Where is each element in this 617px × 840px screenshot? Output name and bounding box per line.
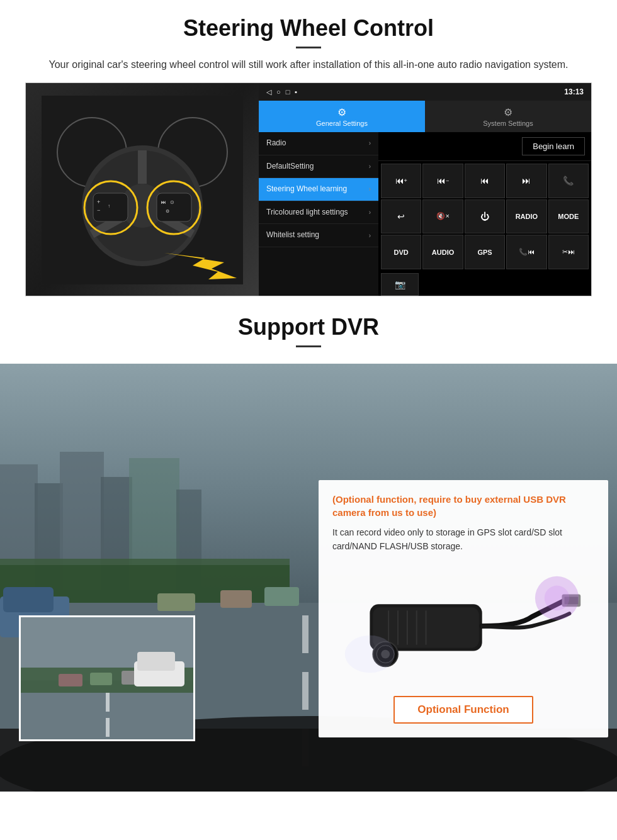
svg-rect-48: [106, 693, 110, 712]
chevron-icon-5: ›: [369, 232, 371, 239]
ctrl-call-prev[interactable]: 📞⏮: [506, 235, 546, 269]
ctrl-dvd[interactable]: DVD: [381, 235, 421, 269]
menu-item-tricoloured[interactable]: Tricoloured light settings ›: [259, 201, 378, 225]
android-menu-list: Radio › DefaultSetting › Steering Wheel …: [259, 132, 378, 296]
ctrl-mode[interactable]: MODE: [548, 199, 589, 234]
svg-rect-31: [302, 672, 308, 710]
title-divider: [296, 47, 321, 48]
nav-menu-icon: ▪: [295, 88, 297, 96]
steering-subtitle: Your original car's steering wheel contr…: [38, 57, 579, 72]
dvr-optional-notice: (Optional function, require to buy exter…: [332, 493, 594, 519]
ctrl-audio[interactable]: AUDIO: [422, 235, 463, 269]
menu-steering-label: Steering Wheel learning: [266, 184, 347, 194]
svg-rect-44: [90, 673, 112, 685]
chevron-icon: ›: [369, 140, 371, 147]
dvr-header: Support DVR: [0, 296, 617, 364]
controls-panel: Begin learn ⏮+ ⏮− ⏮ ⏭ 📞 ↩ 🔇× ⏻ RADIO: [378, 132, 591, 296]
steering-section: Steering Wheel Control Your original car…: [0, 0, 617, 296]
android-panel: ◁ ○ □ ▪ 13:13 ⚙ General Settings ⚙ Syste…: [259, 83, 591, 296]
tab-system-settings[interactable]: ⚙ System Settings: [425, 101, 591, 132]
ctrl-prev[interactable]: ⏮: [465, 164, 505, 198]
ctrl-radio[interactable]: RADIO: [506, 199, 546, 234]
svg-rect-34: [264, 587, 299, 606]
ctrl-call[interactable]: 📞: [548, 164, 589, 198]
android-content: Radio › DefaultSetting › Steering Wheel …: [259, 132, 591, 296]
ctrl-vol-up[interactable]: ⏮+: [381, 164, 421, 198]
ctrl-vol-down[interactable]: ⏮−: [422, 164, 463, 198]
tab-system-label: System Settings: [483, 120, 533, 127]
road-thumbnail: [19, 615, 195, 741]
chevron-icon-3: ›: [369, 186, 371, 193]
svg-rect-10: [157, 193, 191, 221]
nav-home-icon: ○: [276, 88, 281, 96]
gear-icon: ⚙: [337, 106, 346, 118]
controls-top-bar: Begin learn: [378, 132, 591, 161]
menu-default-label: DefaultSetting: [266, 162, 314, 172]
ctrl-back[interactable]: ↩: [381, 199, 421, 234]
steering-wheel-photo: + − ↑ ⏭ ⊙ ⚙: [26, 83, 259, 296]
ctrl-power[interactable]: ⏻: [465, 199, 505, 234]
dvr-divider: [296, 345, 321, 347]
menu-whitelist-label: Whitelist setting: [266, 230, 319, 240]
begin-learn-button[interactable]: Begin learn: [522, 137, 585, 155]
dvr-camera-illustration: [332, 566, 594, 686]
svg-rect-33: [220, 590, 252, 608]
steering-demo-panel: + − ↑ ⏭ ⊙ ⚙ ◁: [25, 82, 592, 296]
ctrl-mute[interactable]: 🔇×: [422, 199, 463, 234]
svg-rect-47: [137, 652, 175, 671]
menu-tricoloured-label: Tricoloured light settings: [266, 208, 348, 218]
svg-text:+: +: [97, 199, 100, 205]
menu-item-radio[interactable]: Radio ›: [259, 132, 378, 155]
status-time: 13:13: [564, 87, 584, 96]
ctrl-next[interactable]: ⏭: [506, 164, 546, 198]
dvr-section: Support DVR: [0, 296, 617, 792]
svg-rect-49: [106, 718, 110, 737]
dvr-description: It can record video only to storage in G…: [332, 525, 594, 554]
svg-rect-45: [59, 674, 82, 686]
menu-item-steering-learning[interactable]: Steering Wheel learning ›: [259, 178, 378, 201]
svg-point-63: [545, 585, 570, 610]
steering-title: Steering Wheel Control: [25, 15, 592, 42]
menu-item-whitelist[interactable]: Whitelist setting ›: [259, 224, 378, 247]
optional-function-button[interactable]: Optional Function: [393, 696, 533, 724]
svg-rect-35: [157, 593, 195, 611]
ctrl-gps[interactable]: GPS: [465, 235, 505, 269]
system-icon: ⚙: [504, 106, 512, 118]
dvr-title: Support DVR: [25, 314, 592, 340]
controls-grid: ⏮+ ⏮− ⏮ ⏭ 📞 ↩ 🔇× ⏻ RADIO MODE DVD AUDIO: [378, 161, 591, 272]
dvr-background-scene: (Optional function, require to buy exter…: [0, 364, 617, 792]
chevron-icon-4: ›: [369, 209, 371, 216]
svg-text:⏭: ⏭: [161, 199, 166, 205]
android-tabs: ⚙ General Settings ⚙ System Settings: [259, 101, 591, 132]
tab-general-label: General Settings: [316, 120, 368, 127]
svg-rect-30: [302, 615, 308, 653]
steering-wheel-bg: + − ↑ ⏭ ⊙ ⚙: [26, 83, 259, 296]
svg-text:−: −: [97, 207, 100, 213]
ctrl-cut-next[interactable]: ✂⏭: [548, 235, 589, 269]
nav-recent-icon: □: [286, 88, 290, 96]
android-statusbar: ◁ ○ □ ▪ 13:13: [259, 83, 591, 101]
svg-text:↑: ↑: [108, 203, 110, 209]
svg-text:⚙: ⚙: [166, 209, 169, 213]
svg-text:⊙: ⊙: [170, 199, 174, 205]
svg-point-64: [345, 636, 395, 673]
chevron-icon-2: ›: [369, 163, 371, 170]
statusbar-nav: ◁ ○ □ ▪: [266, 88, 297, 96]
nav-back-icon: ◁: [266, 88, 271, 96]
menu-radio-label: Radio: [266, 138, 286, 148]
ctrl-extra[interactable]: 📷: [381, 273, 419, 296]
tab-general-settings[interactable]: ⚙ General Settings: [259, 101, 425, 132]
menu-item-default-setting[interactable]: DefaultSetting ›: [259, 155, 378, 179]
svg-rect-37: [3, 587, 54, 612]
dvr-info-box: (Optional function, require to buy exter…: [319, 480, 608, 737]
